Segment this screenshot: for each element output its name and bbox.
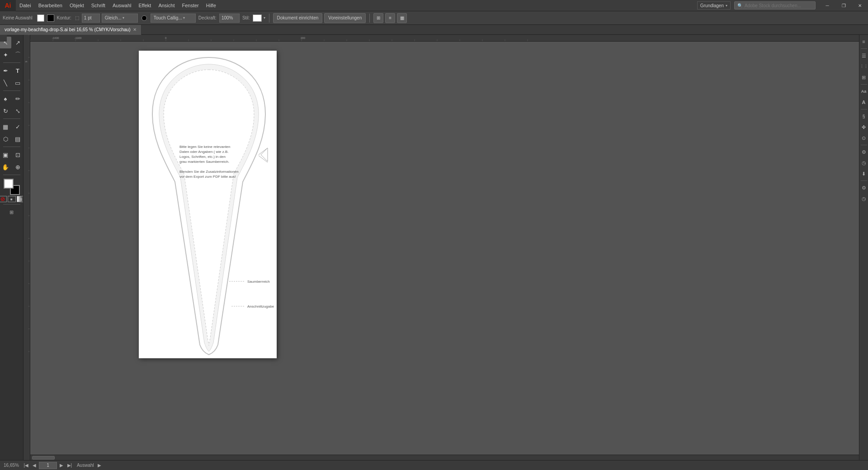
menu-ansicht[interactable]: Ansicht: [155, 0, 178, 11]
foreground-background-colors[interactable]: [4, 179, 20, 195]
document-tab[interactable]: vorlage-my-beachflag-drop-S.ai bei 16,65…: [0, 25, 142, 35]
style-dropdown[interactable]: Touch Callig... ▾: [151, 14, 196, 23]
menu-objekt[interactable]: Objekt: [66, 0, 88, 11]
info-text-5: Blenden Sie die Zusatzinformationen: [179, 170, 239, 174]
menu-hilfe[interactable]: Hilfe: [203, 0, 220, 11]
document-setup-button[interactable]: Dokument einrichten: [273, 13, 323, 23]
character-icon[interactable]: Aa: [860, 86, 868, 96]
menu-schrift[interactable]: Schrift: [88, 0, 109, 11]
menu-fenster[interactable]: Fenster: [178, 0, 202, 11]
next-page-button[interactable]: ▶: [58, 462, 65, 469]
line-shape-tools: ╲ ▭: [0, 77, 24, 89]
magic-wand-tool-btn[interactable]: ✦: [0, 49, 11, 61]
first-page-button[interactable]: |◀: [23, 462, 30, 469]
tab-close-button[interactable]: ✕: [133, 27, 137, 32]
shape-tool-btn[interactable]: ▭: [12, 77, 24, 89]
pen-tool-btn[interactable]: ✒: [0, 65, 11, 76]
search-icon: 🔍: [737, 3, 743, 8]
stroke-swatch[interactable]: [47, 14, 54, 22]
color-icon[interactable]: ◷: [860, 158, 868, 168]
stroke-style-value: Gleich...: [105, 15, 122, 20]
document-page: Bitte legen Sie keine relevanten Daten o…: [139, 51, 277, 358]
right-sidebar-sep-5: [861, 180, 867, 181]
libraries-btn[interactable]: ⊞: [6, 206, 18, 218]
foreground-color-swatch[interactable]: [4, 179, 14, 189]
direct-selection-tool-btn[interactable]: ↗: [12, 37, 24, 48]
style-swatch[interactable]: [253, 14, 262, 22]
prev-page-button[interactable]: ◀: [31, 462, 38, 469]
paintbrush-tool-btn[interactable]: ♠: [0, 93, 11, 104]
options-separator2: [369, 14, 370, 23]
panel-toggle-button[interactable]: ≡: [385, 13, 395, 23]
blend-tool-btn[interactable]: ⬡: [0, 133, 11, 145]
no-color-btn[interactable]: ⊘: [0, 196, 7, 202]
status-arrow[interactable]: ▶: [98, 463, 101, 468]
horizontal-scrollbar[interactable]: [30, 455, 859, 460]
menu-bar: Ai Datei Bearbeiten Objekt Schrift Auswa…: [0, 0, 868, 11]
zoom-tool-btn[interactable]: ⊕: [12, 161, 24, 173]
slice-tool-btn[interactable]: ⊡: [12, 149, 24, 161]
menu-auswahl[interactable]: Auswahl: [109, 0, 135, 11]
preferences-button[interactable]: Voreinstellungen: [324, 13, 366, 23]
fill-swatch[interactable]: [37, 14, 44, 22]
eyedropper-tool-btn[interactable]: ✓: [12, 121, 24, 133]
paragraph-icon[interactable]: A: [860, 97, 868, 107]
opacity-input[interactable]: [219, 14, 240, 23]
app-logo: Ai: [0, 0, 16, 11]
style-label: Stil:: [242, 15, 250, 20]
hand-tool-btn[interactable]: ✋: [0, 161, 11, 173]
restore-button[interactable]: ❐: [835, 0, 852, 11]
menu-bearbeiten[interactable]: Bearbeiten: [35, 0, 66, 11]
scale-tool-btn[interactable]: ⤡: [12, 105, 24, 117]
libraries-icon[interactable]: ⋮⋮: [860, 62, 868, 71]
svg-text:-1300: -1300: [75, 37, 82, 39]
line-tool-btn[interactable]: ╲: [0, 77, 11, 89]
menu-datei[interactable]: Datei: [16, 0, 35, 11]
selection-label: Keine Auswahl: [3, 15, 33, 20]
canvas-scroll-area[interactable]: Bitte legen Sie keine relevanten Daten o…: [30, 42, 859, 455]
transform-icon[interactable]: ✤: [860, 122, 868, 132]
type-tool-btn[interactable]: T: [12, 65, 24, 76]
search-bar[interactable]: 🔍: [734, 1, 816, 9]
brush-color-swatch[interactable]: [142, 15, 147, 21]
stroke-panel-icon[interactable]: ⚙: [860, 183, 868, 193]
align-icon[interactable]: ⊙: [860, 133, 868, 143]
stroke-weight-input[interactable]: [82, 14, 100, 23]
options-separator: [269, 14, 269, 23]
solid-color-btn[interactable]: ■: [8, 196, 16, 202]
close-button[interactable]: ✕: [852, 0, 868, 11]
rotate-tool-btn[interactable]: ↻: [0, 105, 11, 117]
symbols-icon[interactable]: ⊞: [860, 72, 868, 82]
menu-effekt[interactable]: Effekt: [135, 0, 155, 11]
pathfinder-icon[interactable]: §: [860, 111, 868, 121]
pencil-tool-btn[interactable]: ✏: [12, 93, 24, 104]
page-number-input[interactable]: [39, 462, 57, 469]
workspace-label: Grundlagen: [700, 3, 724, 8]
minimize-button[interactable]: ─: [819, 0, 835, 11]
stroke-style-dropdown[interactable]: Gleich... ▾: [102, 14, 138, 23]
last-page-button[interactable]: ▶|: [66, 462, 73, 469]
gradient-panel-icon[interactable]: ◷: [860, 194, 868, 204]
zoom-label: 16,65%: [4, 463, 19, 468]
gradient-btn[interactable]: ▦: [17, 196, 24, 202]
arrange-button[interactable]: ▦: [397, 13, 407, 23]
color-mode-row: ⊘ ■ ▦: [0, 196, 24, 202]
scrollbar-thumb[interactable]: [32, 456, 55, 460]
blend-chart-tools: ⬡ ▤: [0, 133, 24, 145]
layers-icon[interactable]: ☰: [860, 51, 868, 61]
workspace-selector[interactable]: Grundlagen ▾: [697, 1, 731, 9]
style-dropdown-chevron: ▾: [264, 16, 265, 20]
gradient-tool-btn[interactable]: ▦: [0, 121, 11, 133]
tool-separator-6: [3, 204, 20, 204]
settings-icon[interactable]: ⚙: [860, 147, 868, 157]
lasso-tool-btn[interactable]: ⌒: [12, 49, 24, 61]
properties-icon[interactable]: ≡: [860, 37, 868, 47]
view-mode-button[interactable]: ⊞: [373, 13, 383, 23]
search-input[interactable]: [745, 3, 812, 8]
info-text-3: Logos, Schriften, etc.) in den: [179, 155, 226, 159]
artboard-tool-btn[interactable]: ▣: [0, 149, 11, 161]
canvas-area[interactable]: -1400 -1300 0 200: [30, 35, 859, 460]
chart-tool-btn[interactable]: ▤: [12, 133, 24, 145]
color-section: ⊘ ■ ▦: [0, 179, 24, 202]
swatches-icon[interactable]: ⬇: [860, 169, 868, 179]
